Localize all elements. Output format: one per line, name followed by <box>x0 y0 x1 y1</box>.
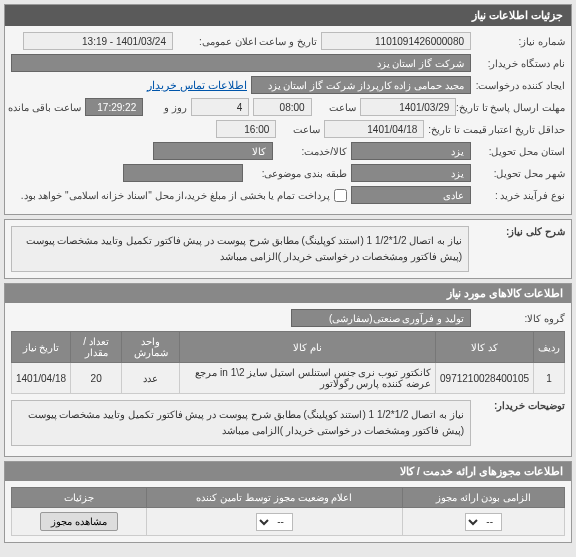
min-validity-date-field: 1401/04/18 <box>324 120 424 138</box>
buyer-label: نام دستگاه خریدار: <box>475 58 565 69</box>
items-header: اطلاعات کالاهای مورد نیاز <box>5 284 571 303</box>
panel-body-need: شماره نیاز: 1101091426000080 تاریخ و ساع… <box>5 26 571 214</box>
remaining-time-field: 17:29:22 <box>85 98 143 116</box>
time-label-1: ساعت <box>316 102 356 113</box>
buy-process-field: عادی <box>351 186 471 204</box>
th-qty: تعداد / مقدار <box>71 332 122 363</box>
announce-field: 1401/03/24 - 13:19 <box>23 32 173 50</box>
contact-link[interactable]: اطلاعات تماس خریدار <box>147 79 247 92</box>
th-unit: واحد شمارش <box>122 332 180 363</box>
city-important-label: طبقه بندی موضوعی: <box>247 168 347 179</box>
delivery-place-field: یزد <box>351 142 471 160</box>
desc-label: شرح کلی نیاز: <box>475 226 565 237</box>
table-row: 1 0971210028400105 کانکتور تیوب نری جنس … <box>12 363 565 394</box>
cell-code: 0971210028400105 <box>436 363 534 394</box>
status-select[interactable]: -- <box>256 513 293 531</box>
payment-note: پرداخت تمام یا بخشی از مبلغ خرید،از محل … <box>11 190 330 201</box>
deadline-time-field: 08:00 <box>253 98 311 116</box>
group-label: گروه کالا: <box>475 313 565 324</box>
need-number-field: 1101091426000080 <box>321 32 471 50</box>
items-panel: اطلاعات کالاهای مورد نیاز گروه کالا: تول… <box>4 283 572 457</box>
desc-panel: شرح کلی نیاز: نیاز به اتصال 1/2*1/2 1 (ا… <box>4 219 572 279</box>
requester-field: مجید حمامی زاده کارپرداز شرکت گاز استان … <box>251 76 471 94</box>
need-details-panel: جزئیات اطلاعات نیاز شماره نیاز: 11010914… <box>4 4 572 215</box>
view-permit-button[interactable]: مشاهده مجوز <box>40 512 118 531</box>
cell-qty: 20 <box>71 363 122 394</box>
deadline-date-field: 1401/03/29 <box>360 98 457 116</box>
city-important-field <box>123 164 243 182</box>
th-name: نام کالا <box>179 332 435 363</box>
item-type-field: کالا <box>153 142 273 160</box>
buyer-notes-text: نیاز به اتصال 1/2*1/2 1 (استند کوپلینگ) … <box>11 400 471 446</box>
th-details: جزئیات <box>12 488 147 508</box>
delivery-place-label: استان محل تحویل: <box>475 146 565 157</box>
days-field: 4 <box>191 98 249 116</box>
th-code: کد کالا <box>436 332 534 363</box>
requester-label: ایجاد کننده درخواست: <box>475 80 565 91</box>
delivery-city-field: یزد <box>351 164 471 182</box>
time-label-2: ساعت <box>280 124 320 135</box>
permits-header: اطلاعات مجوزهای ارائه خدمت / کالا <box>5 462 571 481</box>
need-number-label: شماره نیاز: <box>475 36 565 47</box>
buy-process-label: نوع فرآیند خرید : <box>475 190 565 201</box>
desc-text: نیاز به اتصال 1/2*1/2 1 (استند کوپلینگ) … <box>11 226 469 272</box>
th-row: ردیف <box>534 332 565 363</box>
buyer-field: شرکت گاز استان یزد <box>11 54 471 72</box>
permits-panel: اطلاعات مجوزهای ارائه خدمت / کالا الزامی… <box>4 461 572 543</box>
delivery-city-label: شهر محل تحویل: <box>475 168 565 179</box>
cell-unit: عدد <box>122 363 180 394</box>
announce-label: تاریخ و ساعت اعلان عمومی: <box>177 36 317 47</box>
cell-status: -- <box>146 508 402 536</box>
group-field: تولید و فرآوری صنعتی(سفارشی) <box>291 309 471 327</box>
th-mandatory: الزامی بودن ارائه مجوز <box>402 488 564 508</box>
deadline-label: مهلت ارسال پاسخ تا تاریخ: <box>460 102 565 113</box>
permits-table: الزامی بودن ارائه مجوز اعلام وضعیت مجوز … <box>11 487 565 536</box>
item-type-label: کالا/خدمت: <box>277 146 347 157</box>
cell-date: 1401/04/18 <box>12 363 71 394</box>
remaining-label: ساعت باقی مانده <box>11 102 81 113</box>
items-table: ردیف کد کالا نام کالا واحد شمارش تعداد /… <box>11 331 565 394</box>
days-label: روز و <box>147 102 187 113</box>
min-validity-label: حداقل تاریخ اعتبار قیمت تا تاریخ: <box>428 124 565 135</box>
cell-idx: 1 <box>534 363 565 394</box>
table-row: -- -- مشاهده مجوز <box>12 508 565 536</box>
min-validity-time-field: 16:00 <box>216 120 276 138</box>
panel-header-need: جزئیات اطلاعات نیاز <box>5 5 571 26</box>
buyer-notes-label: توضیحات خریدار: <box>475 400 565 411</box>
cell-details: مشاهده مجوز <box>12 508 147 536</box>
cell-name: کانکتور تیوب نری جنس استنلس استیل سایز 2… <box>179 363 435 394</box>
cell-mandatory: -- <box>402 508 564 536</box>
mandatory-select[interactable]: -- <box>465 513 502 531</box>
th-date: تاریخ نیاز <box>12 332 71 363</box>
th-status: اعلام وضعیت مجوز توسط تامین کننده <box>146 488 402 508</box>
payment-checkbox[interactable] <box>334 189 347 202</box>
